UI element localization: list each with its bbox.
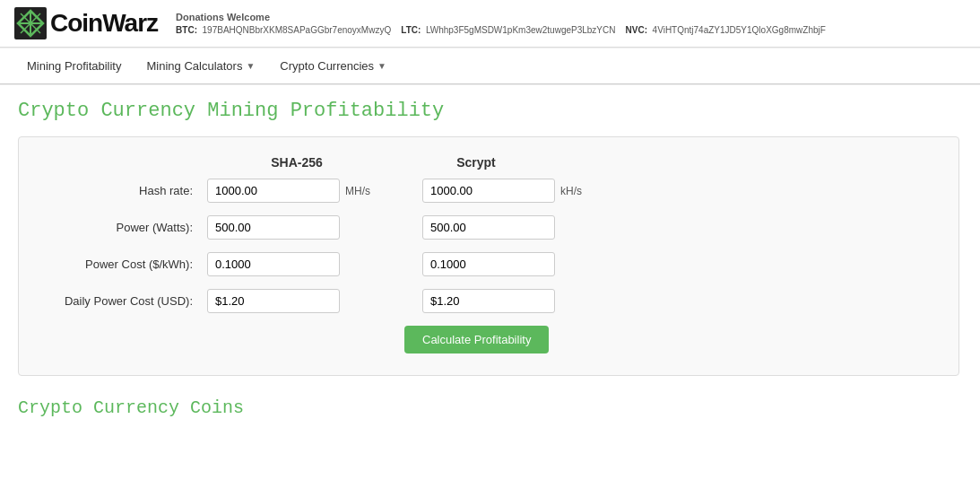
hash-rate-scrypt-input[interactable] xyxy=(422,179,555,203)
power-watts-scrypt-group xyxy=(422,215,620,240)
daily-power-cost-row: Daily Power Cost (USD): xyxy=(46,289,932,313)
hash-rate-sha256-group: MH/s xyxy=(207,179,404,203)
power-cost-label: Power Cost ($/kWh): xyxy=(46,257,207,271)
hash-rate-sha256-unit: MH/s xyxy=(345,185,370,197)
site-header: CoinWarz Donations Welcome BTC: 197BAHQN… xyxy=(0,0,980,48)
power-cost-row: Power Cost ($/kWh): xyxy=(46,252,932,276)
power-watts-label: Power (Watts): xyxy=(46,221,207,234)
power-watts-scrypt-input[interactable] xyxy=(422,215,555,240)
page-title: Crypto Currency Mining Profitability xyxy=(18,100,962,122)
power-watts-row: Power (Watts): xyxy=(46,215,932,240)
power-cost-scrypt-group xyxy=(422,252,620,276)
power-cost-scrypt-input[interactable] xyxy=(422,252,555,276)
navbar: Mining Profitability Mining Calculators … xyxy=(0,48,980,84)
btc-addr-value: 197BAHQNBbrXKM8SAPaGGbr7enoyxMwzyQ xyxy=(203,25,392,35)
calculate-profitability-button[interactable]: Calculate Profitability xyxy=(404,326,549,353)
power-cost-sha256-input[interactable] xyxy=(207,252,340,276)
currencies-caret: ▼ xyxy=(377,61,386,71)
main-content: Crypto Currency Mining Profitability SHA… xyxy=(0,85,980,432)
daily-power-cost-scrypt-input[interactable] xyxy=(422,289,555,313)
nvc-label: NVC: xyxy=(626,25,647,35)
nvc-addr-value: 4ViHTQntj74aZY1JD5Y1QloXGg8mwZhbjF xyxy=(653,25,826,35)
daily-power-cost-sha256-input[interactable] xyxy=(207,289,340,313)
btc-label: BTC: xyxy=(176,25,197,35)
daily-power-cost-label: Daily Power Cost (USD): xyxy=(46,294,207,308)
calc-button-row: Calculate Profitability xyxy=(207,326,932,353)
btc-address: BTC: 197BAHQNBbrXKM8SAPaGGbr7enoyxMwzyQ … xyxy=(176,25,826,35)
daily-power-cost-scrypt-group xyxy=(422,289,620,313)
logo-icon xyxy=(14,7,47,39)
calc-column-headers: SHA-256 Scrypt xyxy=(207,155,932,170)
ltc-addr-value: LWhhp3F5gMSDW1pKm3ew2tuwgeP3LbzYCN xyxy=(426,25,616,35)
col-scrypt-header: Scrypt xyxy=(386,155,566,170)
logo-text: CoinWarz xyxy=(50,9,158,38)
coins-section-title: Crypto Currency Coins xyxy=(18,397,962,418)
calculators-caret: ▼ xyxy=(246,61,255,71)
donations-title: Donations Welcome xyxy=(176,12,826,22)
hash-rate-row: Hash rate: MH/s kH/s xyxy=(46,179,932,203)
donations-area: Donations Welcome BTC: 197BAHQNBbrXKM8SA… xyxy=(176,12,826,35)
hash-rate-scrypt-unit: kH/s xyxy=(560,185,582,197)
ltc-label: LTC: xyxy=(401,25,421,35)
power-watts-sha256-group xyxy=(207,215,404,240)
logo-area: CoinWarz xyxy=(14,7,158,39)
hash-rate-label: Hash rate: xyxy=(46,184,207,197)
hash-rate-scrypt-group: kH/s xyxy=(422,179,620,203)
power-cost-sha256-group xyxy=(207,252,404,276)
nav-crypto-currencies[interactable]: Crypto Currencies ▼ xyxy=(267,48,399,83)
calculator-box: SHA-256 Scrypt Hash rate: MH/s kH/s Powe… xyxy=(18,136,959,376)
daily-power-cost-sha256-group xyxy=(207,289,404,313)
nav-mining-calculators[interactable]: Mining Calculators ▼ xyxy=(134,48,268,83)
hash-rate-sha256-input[interactable] xyxy=(207,179,340,203)
nav-mining-profitability[interactable]: Mining Profitability xyxy=(14,48,134,83)
col-sha256-header: SHA-256 xyxy=(207,155,386,170)
power-watts-sha256-input[interactable] xyxy=(207,215,340,240)
